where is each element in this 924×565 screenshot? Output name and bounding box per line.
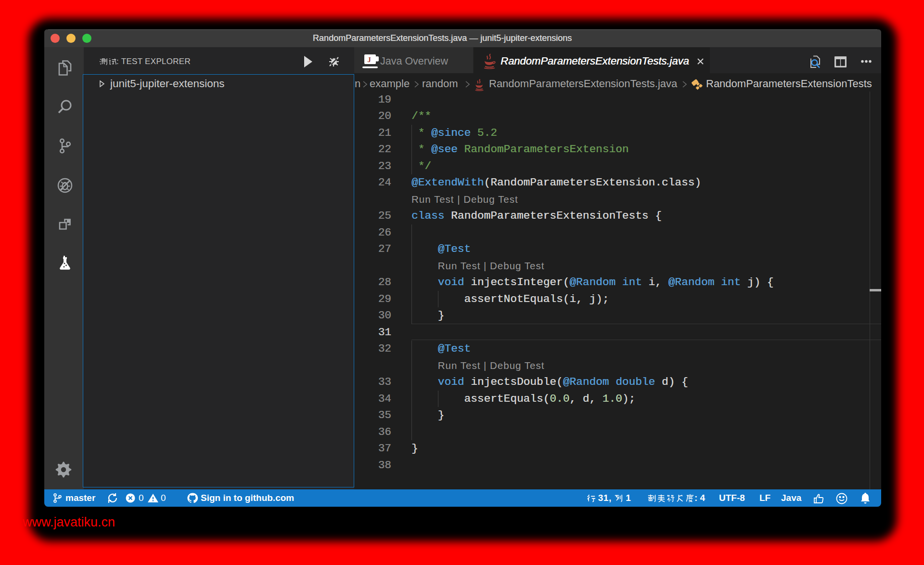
svg-text:J: J	[368, 56, 371, 64]
